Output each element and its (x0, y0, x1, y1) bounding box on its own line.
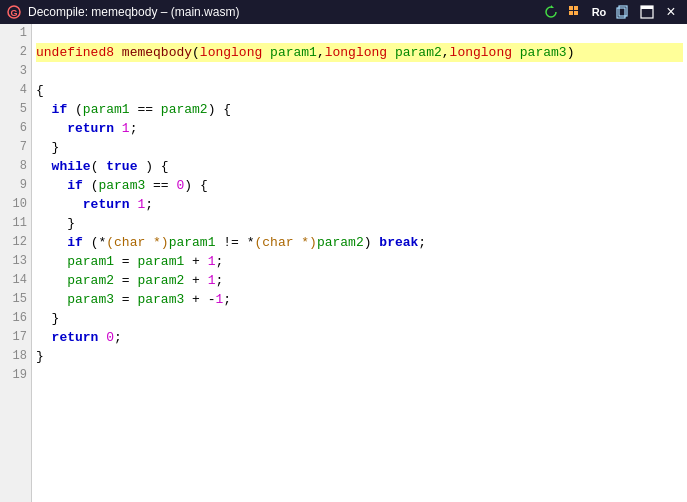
line-number: 12 (4, 233, 27, 252)
line-number: 5 (4, 100, 27, 119)
line-number: 9 (4, 176, 27, 195)
line-number: 13 (4, 252, 27, 271)
window-title: Decompile: memeqbody – (main.wasm) (28, 5, 535, 19)
refresh-icon[interactable] (541, 2, 561, 22)
line-number: 8 (4, 157, 27, 176)
line-number: 11 (4, 214, 27, 233)
code-line: } (36, 347, 683, 366)
line-number: 15 (4, 290, 27, 309)
toolbar-icons: Ro × (541, 2, 681, 22)
line-number: 2 (4, 43, 27, 62)
line-number: 17 (4, 328, 27, 347)
code-line: return 0; (36, 328, 683, 347)
code-line: return 1; (36, 119, 683, 138)
line-number: 3 (4, 62, 27, 81)
code-line: param3 = param3 + -1; (36, 290, 683, 309)
window-icon[interactable] (637, 2, 657, 22)
svg-rect-10 (641, 6, 653, 9)
code-area[interactable]: undefined8 memeqbody(longlong param1,lon… (32, 24, 687, 502)
copy-icon[interactable] (613, 2, 633, 22)
line-number: 18 (4, 347, 27, 366)
code-line: } (36, 214, 683, 233)
svg-marker-2 (551, 5, 554, 8)
line-numbers: 12345678910111213141516171819 (0, 24, 32, 502)
code-line (36, 366, 683, 385)
svg-text:G: G (10, 8, 17, 18)
svg-rect-3 (569, 6, 573, 10)
code-line: } (36, 309, 683, 328)
close-icon[interactable]: × (661, 2, 681, 22)
svg-rect-5 (569, 11, 573, 15)
line-number: 10 (4, 195, 27, 214)
code-line (36, 24, 683, 43)
code-line (36, 62, 683, 81)
code-line: param1 = param1 + 1; (36, 252, 683, 271)
line-number: 4 (4, 81, 27, 100)
line-number: 6 (4, 119, 27, 138)
code-line: { (36, 81, 683, 100)
code-line: if (param3 == 0) { (36, 176, 683, 195)
line-number: 16 (4, 309, 27, 328)
code-line: undefined8 memeqbody(longlong param1,lon… (36, 43, 683, 62)
ro-label[interactable]: Ro (589, 2, 609, 22)
line-number: 19 (4, 366, 27, 385)
svg-rect-4 (574, 6, 578, 10)
line-number: 14 (4, 271, 27, 290)
svg-rect-6 (574, 11, 578, 15)
code-line: } (36, 138, 683, 157)
code-line: param2 = param2 + 1; (36, 271, 683, 290)
grid-icon[interactable] (565, 2, 585, 22)
line-number: 7 (4, 138, 27, 157)
line-number: 1 (4, 24, 27, 43)
code-container: 12345678910111213141516171819 undefined8… (0, 24, 687, 502)
code-line: return 1; (36, 195, 683, 214)
code-line: if (param1 == param2) { (36, 100, 683, 119)
app-icon: G (6, 4, 22, 20)
titlebar: G Decompile: memeqbody – (main.wasm) Ro (0, 0, 687, 24)
code-line: while( true ) { (36, 157, 683, 176)
code-line: if (*(char *)param1 != *(char *)param2) … (36, 233, 683, 252)
